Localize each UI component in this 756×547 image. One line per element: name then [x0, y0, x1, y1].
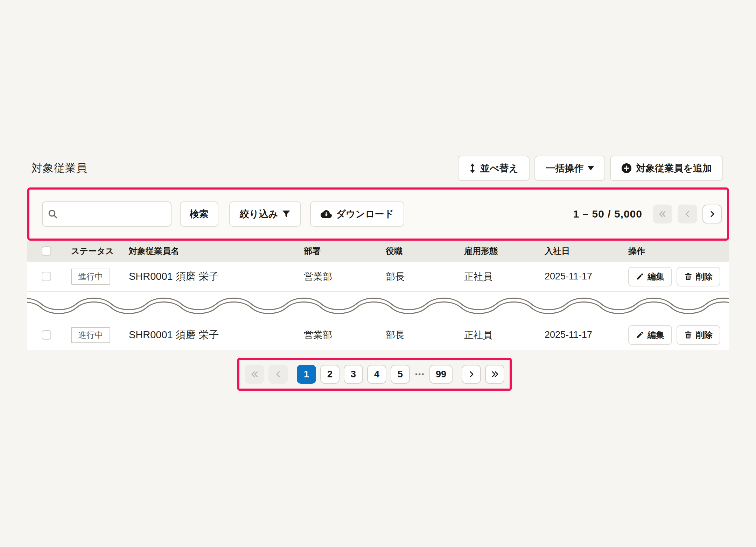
- search-submit-button[interactable]: 検索: [180, 201, 218, 227]
- header-status: ステータス: [71, 246, 129, 257]
- header-name: 対象従業員名: [129, 246, 304, 257]
- select-all-checkbox[interactable]: [42, 246, 51, 256]
- employee-department: 営業部: [304, 329, 386, 341]
- header-employment-type: 雇用形態: [464, 246, 545, 257]
- funnel-icon: [282, 210, 290, 218]
- status-badge: 進行中: [71, 327, 110, 343]
- first-page-button[interactable]: [653, 205, 672, 223]
- caret-down-icon: [588, 166, 594, 170]
- edit-button[interactable]: 編集: [628, 267, 672, 286]
- header-position: 役職: [386, 246, 464, 257]
- status-badge: 進行中: [71, 269, 110, 285]
- pencil-icon: [636, 331, 644, 339]
- page-button-99[interactable]: 99: [429, 365, 453, 384]
- delete-button-label: 削除: [696, 271, 713, 282]
- search-box: [42, 201, 172, 227]
- page-button-3[interactable]: 3: [344, 365, 363, 384]
- trash-icon: [684, 272, 692, 280]
- employee-joined-date: 2025-11-17: [545, 271, 628, 282]
- employee-table: ステータス 対象従業員名 部署 役職 雇用形態 入社日 操作 進行中 SHR00…: [27, 241, 729, 350]
- sort-button-label: 並べ替え: [480, 162, 518, 175]
- first-page-button[interactable]: [245, 365, 264, 384]
- page-title: 対象従業員: [31, 161, 88, 176]
- row-checkbox[interactable]: [42, 272, 51, 281]
- delete-button-label: 削除: [696, 329, 713, 341]
- previous-page-button[interactable]: [678, 205, 697, 223]
- search-input[interactable]: [42, 201, 172, 227]
- trash-icon: [684, 331, 692, 339]
- last-page-button[interactable]: [485, 365, 504, 384]
- employee-name: SHR0001 須磨 栄子: [129, 270, 304, 284]
- add-employee-label: 対象従業員を追加: [636, 162, 712, 175]
- next-page-button[interactable]: [702, 205, 722, 223]
- employee-name: SHR0001 須磨 栄子: [129, 328, 304, 342]
- filter-button-label: 絞り込み: [240, 208, 278, 220]
- header-department: 部署: [304, 246, 386, 257]
- page-button-2[interactable]: 2: [320, 365, 340, 384]
- page-button-1[interactable]: 1: [297, 365, 316, 384]
- download-button[interactable]: ダウンロード: [310, 201, 404, 227]
- employee-joined-date: 2025-11-17: [545, 329, 628, 340]
- search-submit-label: 検索: [190, 208, 209, 220]
- row-checkbox[interactable]: [42, 330, 51, 340]
- edit-button-label: 編集: [648, 271, 664, 282]
- edit-button[interactable]: 編集: [628, 325, 672, 345]
- page-button-5[interactable]: 5: [391, 365, 410, 384]
- top-actions: 並べ替え 一括操作 対象従業員を追加: [458, 156, 723, 181]
- bulk-actions-button[interactable]: 一括操作: [534, 156, 605, 181]
- table-row: 進行中 SHR0001 須磨 栄子 営業部 部長 正社員 2025-11-17 …: [27, 261, 729, 291]
- pagination-ellipsis: ⋯: [414, 369, 425, 380]
- edit-button-label: 編集: [648, 329, 664, 341]
- pagination-range: 1 – 50 / 5,000: [573, 208, 643, 220]
- page-button-4[interactable]: 4: [367, 365, 386, 384]
- employee-employment-type: 正社員: [464, 270, 545, 283]
- previous-page-button[interactable]: [268, 365, 288, 384]
- employee-department: 営業部: [304, 270, 386, 283]
- truncation-wave-divider: [27, 291, 729, 320]
- bottom-pagination-frame: 1 2 3 4 5 ⋯ 99: [237, 358, 512, 391]
- toolbar-highlight-frame: 検索 絞り込み ダウンロード: [27, 187, 729, 241]
- add-employee-button[interactable]: 対象従業員を追加: [610, 156, 723, 181]
- bulk-actions-label: 一括操作: [546, 162, 583, 175]
- employee-list-page: 対象従業員 並べ替え 一括操作 対象従: [0, 0, 756, 547]
- cloud-download-icon: [321, 210, 332, 218]
- filter-button[interactable]: 絞り込み: [229, 201, 301, 227]
- header-operations: 操作: [628, 246, 729, 257]
- sort-icon: [469, 163, 476, 173]
- plus-circle-icon: [621, 163, 632, 173]
- delete-button[interactable]: 削除: [677, 325, 720, 345]
- employee-employment-type: 正社員: [464, 329, 545, 341]
- toolbar: 検索 絞り込み ダウンロード: [29, 190, 727, 239]
- next-page-button[interactable]: [462, 365, 481, 384]
- sort-button[interactable]: 並べ替え: [458, 156, 530, 181]
- header-joined-date: 入社日: [545, 246, 628, 257]
- table-header-row: ステータス 対象従業員名 部署 役職 雇用形態 入社日 操作: [27, 241, 729, 261]
- pencil-icon: [636, 272, 644, 280]
- download-button-label: ダウンロード: [336, 208, 394, 220]
- delete-button[interactable]: 削除: [677, 267, 720, 286]
- table-row: 進行中 SHR0001 須磨 栄子 営業部 部長 正社員 2025-11-17 …: [27, 320, 729, 350]
- employee-position: 部長: [386, 329, 464, 341]
- employee-position: 部長: [386, 270, 464, 283]
